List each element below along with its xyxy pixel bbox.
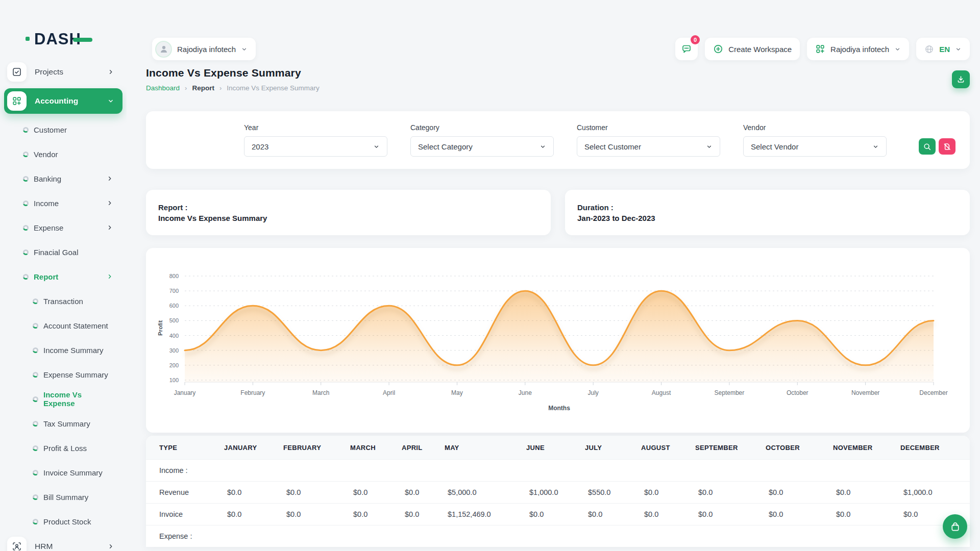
summary-cards: Report : Income Vs Expense Summary Durat… <box>146 190 970 235</box>
year-label: Year <box>244 123 387 132</box>
sidebar-item-vendor[interactable]: Vendor <box>0 142 127 166</box>
sidebar-item-account-statement[interactable]: Account Statement <box>0 313 127 338</box>
chevron-down-icon <box>872 143 879 150</box>
sidebar-item-banking[interactable]: Banking <box>0 166 127 191</box>
breadcrumb-report[interactable]: Report <box>192 84 214 92</box>
globe-icon <box>924 44 934 54</box>
x-tick-label: July <box>588 389 599 396</box>
messages-button[interactable]: 0 <box>675 38 698 60</box>
sidebar-item-accounting[interactable]: Accounting <box>4 88 122 114</box>
brand-logo[interactable]: DASH <box>0 28 127 50</box>
apply-filter-button[interactable] <box>919 138 936 155</box>
sidebar-item-expense[interactable]: Expense <box>0 215 127 240</box>
column-header: AUGUST <box>641 436 695 460</box>
bullet-icon <box>33 445 38 451</box>
table-cell: $1,152,469.0 <box>445 504 526 525</box>
sidebar-item-label: Expense Summary <box>43 370 108 379</box>
column-header: DECEMBER <box>900 436 970 460</box>
grid-plus-icon <box>815 44 825 54</box>
table-cell: $0.0 <box>585 504 641 525</box>
cart-fab-button[interactable] <box>943 514 967 539</box>
page-title: Income Vs Expense Summary <box>146 67 320 79</box>
chevron-right-icon <box>106 175 113 182</box>
sidebar-item-label: Finacial Goal <box>34 248 79 257</box>
chevron-down-icon <box>540 143 546 150</box>
sidebar-item-label: Account Statement <box>43 321 108 330</box>
bullet-icon <box>33 421 38 427</box>
table-cell: $0.0 <box>350 504 402 525</box>
table-cell: $0.0 <box>695 482 766 504</box>
sidebar-item-customer[interactable]: Customer <box>0 117 127 142</box>
vendor-select[interactable]: Select Vendor <box>743 136 887 157</box>
create-workspace-button[interactable]: Create Workspace <box>705 38 800 60</box>
column-header: SEPTEMBER <box>695 436 766 460</box>
y-tick-label: 200 <box>169 362 179 368</box>
sidebar-item-tax-summary[interactable]: Tax Summary <box>0 411 127 436</box>
sidebar-item-product-stock[interactable]: Product Stock <box>0 509 127 534</box>
chevron-down-icon <box>107 97 114 105</box>
y-tick-label: 100 <box>169 377 179 383</box>
y-tick-label: 400 <box>169 333 179 339</box>
user-scan-icon <box>7 537 27 551</box>
category-select[interactable]: Select Category <box>410 136 554 157</box>
section-label: Income : <box>146 460 970 482</box>
y-tick-label: 800 <box>169 273 179 279</box>
row-type: Invoice <box>146 504 224 525</box>
table-cell: $550.0 <box>585 482 641 504</box>
table-cell: $0.0 <box>833 482 900 504</box>
sidebar-item-income[interactable]: Income <box>0 191 127 215</box>
customer-select[interactable]: Select Customer <box>577 136 720 157</box>
sidebar-item-profit-loss[interactable]: Profit & Loss <box>0 436 127 460</box>
sidebar-item-expense-summary[interactable]: Expense Summary <box>0 362 127 387</box>
workspace-selector[interactable]: Rajodiya infotech <box>152 38 256 60</box>
section-row-income: Income : <box>146 460 970 482</box>
chat-bubble-icon <box>681 44 692 54</box>
breadcrumb: Dashboard › Report › Income Vs Expense S… <box>146 84 320 92</box>
sidebar-item-transaction[interactable]: Transaction <box>0 289 127 313</box>
y-tick-label: 300 <box>169 347 179 354</box>
download-icon <box>957 75 965 84</box>
workspace-selector-label: Rajodiya infotech <box>177 45 236 54</box>
reset-filter-button[interactable] <box>939 138 955 155</box>
bullet-icon <box>33 372 38 378</box>
plus-circle-icon <box>713 44 723 54</box>
sidebar: DASH Projects Accounting Customer Vendor… <box>0 0 127 551</box>
sidebar-item-report[interactable]: Report <box>0 264 127 289</box>
duration-card-value: Jan-2023 to Dec-2023 <box>577 214 958 222</box>
workspace-menu[interactable]: Rajodiya infotech <box>807 38 909 60</box>
sidebar-item-label: Banking <box>34 174 61 183</box>
sidebar-item-income-summary[interactable]: Income Summary <box>0 338 127 362</box>
table-cell: $0.0 <box>283 504 350 525</box>
x-tick-label: November <box>851 389 879 396</box>
breadcrumb-dashboard[interactable]: Dashboard <box>146 84 180 92</box>
bullet-icon <box>33 323 38 329</box>
bullet-icon <box>33 470 38 475</box>
download-button[interactable] <box>952 70 970 88</box>
x-tick-label: March <box>312 389 329 396</box>
y-axis-title: Profit <box>157 320 163 336</box>
filter-category: Category Select Category <box>410 123 554 157</box>
year-select[interactable]: 2023 <box>244 136 387 157</box>
y-tick-label: 600 <box>169 303 179 309</box>
table-cell: $0.0 <box>641 504 695 525</box>
table-header: TYPE JANUARY FEBRUARY MARCH APRIL MAY JU… <box>146 436 970 460</box>
bullet-icon <box>33 494 38 500</box>
sidebar-item-invoice-summary[interactable]: Invoice Summary <box>0 460 127 485</box>
chevron-down-icon <box>706 143 713 150</box>
bullet-icon <box>23 127 29 133</box>
bullet-icon <box>33 396 38 402</box>
filter-panel: Year 2023 Category Select Category Custo… <box>146 111 970 169</box>
x-tick-label: August <box>652 389 671 396</box>
sidebar-item-income-vs-expense[interactable]: Income Vs Expense <box>0 387 127 411</box>
language-selector[interactable]: EN <box>916 38 970 60</box>
filter-actions <box>919 138 955 155</box>
sidebar-item-hrm[interactable]: HRM <box>4 534 122 551</box>
column-header: MARCH <box>350 436 402 460</box>
chevron-down-icon <box>373 143 380 150</box>
chevron-right-icon <box>106 199 113 207</box>
x-axis-title: Months <box>548 405 570 412</box>
income-expense-table: TYPE JANUARY FEBRUARY MARCH APRIL MAY JU… <box>146 436 970 547</box>
sidebar-item-projects[interactable]: Projects <box>4 59 122 85</box>
sidebar-item-bill-summary[interactable]: Bill Summary <box>0 485 127 509</box>
sidebar-item-finacial-goal[interactable]: Finacial Goal <box>0 240 127 264</box>
